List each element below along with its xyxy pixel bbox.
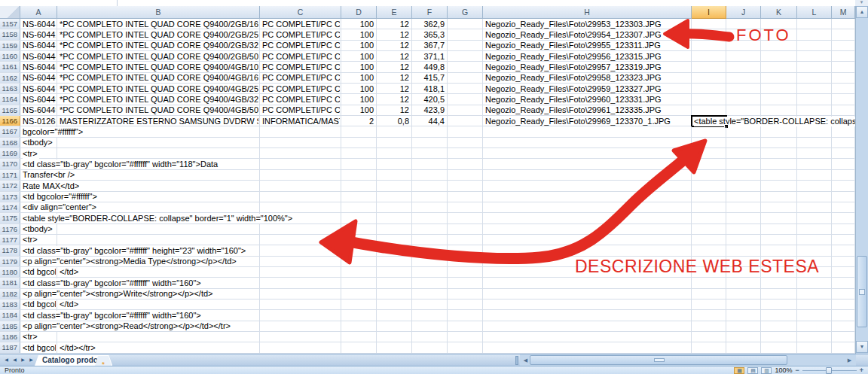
cell-M1186[interactable] — [832, 332, 855, 342]
cell-C1182[interactable] — [260, 289, 341, 299]
cell-C[interactable]: PC COMPLETI/PC COMP — [262, 73, 340, 83]
cell-F1177[interactable] — [412, 235, 448, 245]
row-header-1177[interactable]: 1177 — [0, 235, 20, 245]
cell-A[interactable]: bgcolor="#ffffff"> — [23, 127, 84, 137]
cell-L1169[interactable] — [797, 148, 832, 158]
cell-J1160[interactable] — [726, 51, 761, 61]
cell-L1178[interactable] — [797, 245, 832, 255]
cell-L1164[interactable] — [797, 94, 832, 104]
horizontal-scrollbar-thumb[interactable] — [530, 355, 787, 365]
cell-C1178[interactable] — [260, 245, 341, 255]
cell-B[interactable]: *PC COMPLETO INTEL QUAD CORE Q9400/4GB/1… — [60, 73, 258, 83]
cell-F1186[interactable] — [412, 332, 448, 342]
cell-D[interactable]: 100 — [341, 84, 374, 94]
cell-I1161[interactable] — [692, 62, 726, 71]
row-header-1158[interactable]: 1158 — [0, 29, 20, 39]
cell-H[interactable]: Negozio_Ready_Files\Foto\29953_123303.JP… — [485, 20, 690, 29]
cell-F[interactable]: 371,1 — [412, 52, 445, 62]
cell-B[interactable]: </td> — [60, 267, 80, 277]
cell-D1182[interactable] — [341, 289, 377, 299]
cell-E[interactable]: 12 — [377, 62, 409, 72]
cell-G1168[interactable] — [448, 138, 483, 147]
cell-D1181[interactable] — [341, 278, 377, 287]
cell-I1172[interactable] — [692, 181, 726, 190]
row-1157[interactable]: 1157NS-60441*PC COMPLETO INTEL QUAD CORE… — [0, 19, 855, 29]
cell-I1186[interactable] — [692, 332, 726, 342]
cell-C1180[interactable] — [260, 267, 341, 277]
cell-G1164[interactable] — [448, 94, 483, 104]
cell-G1182[interactable] — [448, 289, 483, 299]
vertical-scrollbar-grip[interactable] — [859, 289, 865, 295]
row-1169[interactable]: 1169<tr> — [0, 148, 855, 159]
cell-M1169[interactable] — [832, 148, 855, 158]
cell-K1173[interactable] — [761, 192, 797, 202]
cell-D1170[interactable] — [341, 159, 377, 169]
row-header-1175[interactable]: 1175 — [0, 213, 20, 223]
cell-M1184[interactable] — [832, 310, 855, 320]
cell-G1180[interactable] — [448, 267, 483, 277]
cell-H1176[interactable] — [483, 224, 692, 234]
cell-M1167[interactable] — [832, 126, 855, 136]
row-1164[interactable]: 1164NS-60448*PC COMPLETO INTEL QUAD CORE… — [0, 94, 855, 105]
row-header-1163[interactable]: 1163 — [0, 84, 20, 93]
cell-M1157[interactable] — [832, 19, 855, 29]
cell-J1162[interactable] — [726, 73, 761, 83]
cell-L1170[interactable] — [797, 159, 832, 169]
row-header-1174[interactable]: 1174 — [0, 202, 20, 212]
cell-E[interactable]: 12 — [377, 41, 409, 50]
cell-A[interactable]: <td bgcolo — [23, 267, 56, 277]
cell-F[interactable]: 423,9 — [412, 105, 445, 115]
cell-I1159[interactable] — [692, 41, 726, 50]
cell-F1168[interactable] — [412, 138, 448, 147]
cell-K1172[interactable] — [761, 181, 797, 190]
row-header-1187[interactable]: 1187 — [0, 342, 20, 352]
cell-E1182[interactable] — [377, 289, 412, 299]
cell-G1162[interactable] — [448, 73, 483, 83]
row-1176[interactable]: 1176<tbody> — [0, 224, 855, 235]
cell-M1163[interactable] — [832, 84, 855, 93]
cell-I1160[interactable] — [692, 51, 726, 61]
row-1163[interactable]: 1163NS-60447*PC COMPLETO INTEL QUAD CORE… — [0, 84, 855, 94]
cell-J1185[interactable] — [726, 321, 761, 331]
cell-B1167[interactable] — [57, 126, 260, 136]
cell-G1170[interactable] — [448, 159, 483, 169]
cell-G1172[interactable] — [448, 181, 483, 190]
cell-H[interactable]: Negozio_Ready_Files\Foto\29969_123370_1.… — [485, 117, 690, 126]
cell-M1187[interactable] — [832, 342, 855, 352]
cell-E1172[interactable] — [377, 181, 412, 190]
cell-H1171[interactable] — [483, 170, 692, 180]
zoom-out-button[interactable]: − — [795, 367, 799, 374]
cell-K1174[interactable] — [761, 202, 797, 212]
cell-A[interactable]: <table style="BORDER-COLLAPSE: collapse"… — [23, 214, 294, 223]
cell-D1173[interactable] — [341, 192, 377, 202]
cell-G1181[interactable] — [448, 278, 483, 287]
cell-C1172[interactable] — [260, 181, 341, 190]
row-1170[interactable]: 1170<td class="tb-gray" bgcolor="#ffffff… — [0, 159, 855, 169]
column-header-G[interactable]: G — [448, 6, 483, 19]
cell-G1178[interactable] — [448, 245, 483, 255]
cell-K1159[interactable] — [761, 41, 797, 50]
column-header-F[interactable]: F — [412, 6, 448, 19]
first-sheet-button[interactable]: ◀ — [2, 356, 11, 364]
cell-D[interactable]: 100 — [341, 105, 374, 115]
cell-I1158[interactable] — [692, 29, 726, 39]
row-1160[interactable]: 1160NS-60444*PC COMPLETO INTEL QUAD CORE… — [0, 51, 855, 62]
cell-J1175[interactable] — [726, 213, 761, 223]
row-header-1166[interactable]: 1166 — [0, 116, 20, 126]
cell-F1172[interactable] — [412, 181, 448, 190]
row-header-1173[interactable]: 1173 — [0, 192, 20, 202]
cell-K1161[interactable] — [761, 62, 797, 71]
cell-J1179[interactable] — [726, 257, 761, 266]
cell-C1176[interactable] — [260, 224, 341, 234]
cell-G1184[interactable] — [448, 310, 483, 320]
cell-H1167[interactable] — [483, 126, 692, 136]
cell-E[interactable]: 12 — [377, 20, 409, 29]
cell-I1163[interactable] — [692, 84, 726, 93]
cell-J1159[interactable] — [726, 41, 761, 50]
cell-C1187[interactable] — [260, 342, 341, 352]
view-normal-button[interactable]: ▦ — [734, 367, 744, 374]
cell-A[interactable]: <tbody> — [23, 224, 54, 234]
row-1178[interactable]: 1178<td class="tb-gray" bgcolor="#ffffff… — [0, 245, 855, 256]
cell-H[interactable]: Negozio_Ready_Files\Foto\29956_123315.JP… — [485, 52, 690, 62]
cell-I1170[interactable] — [692, 159, 726, 169]
